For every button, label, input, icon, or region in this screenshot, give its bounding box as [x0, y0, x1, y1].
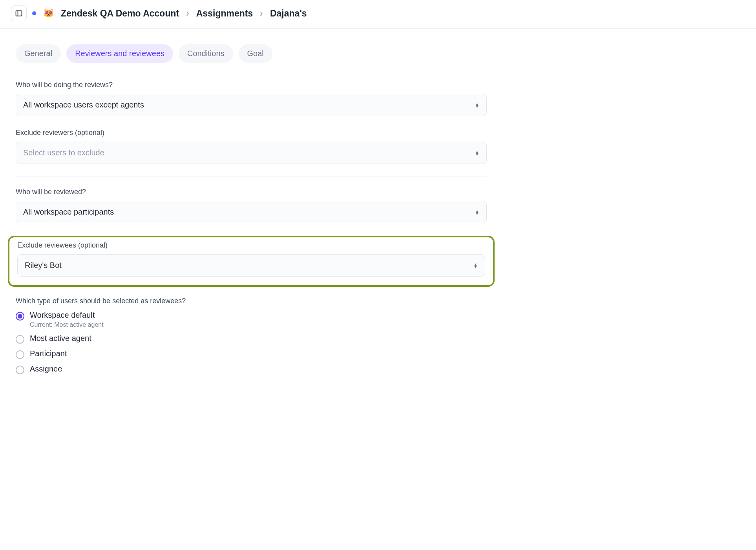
exclude-reviewees-highlight: Exclude reviewees (optional) Riley's Bot…	[8, 236, 495, 287]
exclude-reviewers-placeholder: Select users to exclude	[23, 148, 104, 157]
tab-general[interactable]: General	[16, 44, 61, 63]
svg-rect-0	[16, 11, 22, 16]
reviewers-select[interactable]: All workspace users except agents ▲▼	[16, 94, 487, 116]
radio-input[interactable]	[16, 366, 24, 374]
radio-label: Participant	[30, 349, 67, 358]
sidebar-toggle-button[interactable]	[11, 5, 27, 21]
radio-workspace-default[interactable]: Workspace default Current: Most active a…	[16, 311, 487, 328]
radio-sublabel: Current: Most active agent	[30, 321, 104, 328]
breadcrumb-section[interactable]: Assignments	[196, 8, 253, 19]
status-dot-icon	[32, 11, 36, 15]
reviewees-select[interactable]: All workspace participants ▲▼	[16, 201, 487, 223]
radio-label: Most active agent	[30, 334, 91, 343]
chevron-right-icon: ›	[186, 8, 189, 19]
account-emoji-icon: 😻	[43, 8, 54, 18]
chevron-right-icon: ›	[260, 8, 263, 19]
breadcrumb-item: Dajana's	[270, 8, 307, 19]
breadcrumb-account[interactable]: Zendesk QA Demo Account	[61, 8, 179, 19]
radio-participant[interactable]: Participant	[16, 349, 487, 359]
tab-reviewers-and-reviewees[interactable]: Reviewers and reviewees	[66, 44, 173, 63]
exclude-reviewers-select[interactable]: Select users to exclude ▲▼	[16, 142, 487, 164]
topbar: 😻 Zendesk QA Demo Account › Assignments …	[0, 0, 756, 29]
exclude-reviewees-value: Riley's Bot	[25, 261, 62, 270]
radio-input[interactable]	[16, 350, 24, 359]
reviewee-type-label: Which type of users should be selected a…	[16, 297, 487, 305]
radio-input[interactable]	[16, 312, 24, 321]
select-chevrons-icon: ▲▼	[473, 263, 478, 268]
panel-left-icon	[15, 9, 23, 17]
reviewers-label: Who will be doing the reviews?	[16, 81, 487, 89]
radio-label: Assignee	[30, 364, 62, 373]
select-chevrons-icon: ▲▼	[475, 210, 479, 215]
reviewees-label: Who will be reviewed?	[16, 188, 487, 196]
breadcrumb: 😻 Zendesk QA Demo Account › Assignments …	[32, 8, 307, 19]
select-chevrons-icon: ▲▼	[475, 151, 479, 155]
tab-conditions[interactable]: Conditions	[179, 44, 233, 63]
reviewers-select-value: All workspace users except agents	[23, 100, 144, 109]
content: General Reviewers and reviewees Conditio…	[0, 29, 502, 403]
reviewees-select-value: All workspace participants	[23, 208, 114, 217]
exclude-reviewees-label: Exclude reviewees (optional)	[17, 241, 485, 250]
section-divider	[16, 177, 487, 177]
tab-goal[interactable]: Goal	[239, 44, 272, 63]
radio-most-active-agent[interactable]: Most active agent	[16, 334, 487, 344]
exclude-reviewers-label: Exclude reviewers (optional)	[16, 129, 487, 137]
radio-label: Workspace default	[30, 311, 104, 320]
radio-input[interactable]	[16, 335, 24, 344]
exclude-reviewees-select[interactable]: Riley's Bot ▲▼	[17, 254, 485, 277]
radio-assignee[interactable]: Assignee	[16, 364, 487, 374]
select-chevrons-icon: ▲▼	[475, 103, 479, 107]
tabs: General Reviewers and reviewees Conditio…	[16, 44, 487, 63]
